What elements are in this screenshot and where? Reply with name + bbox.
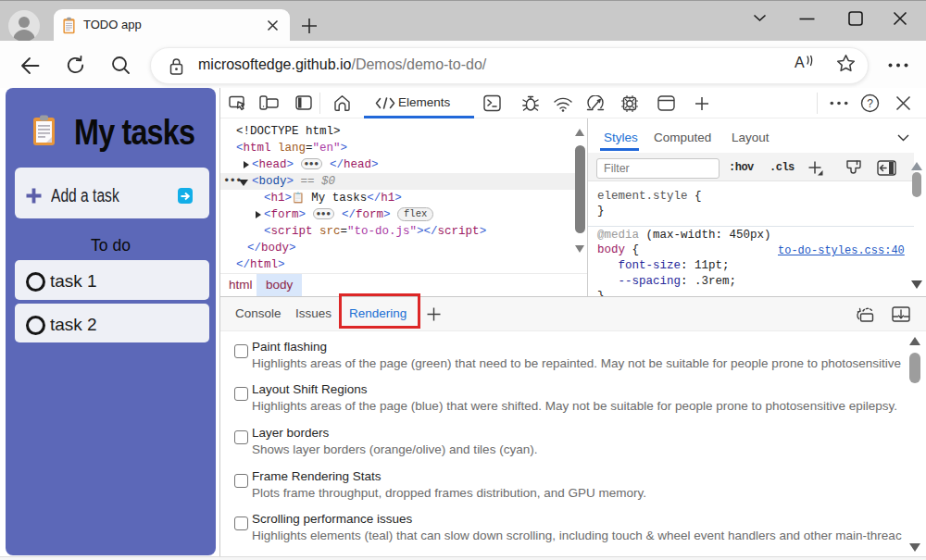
svg-text:?: ? xyxy=(867,97,873,110)
